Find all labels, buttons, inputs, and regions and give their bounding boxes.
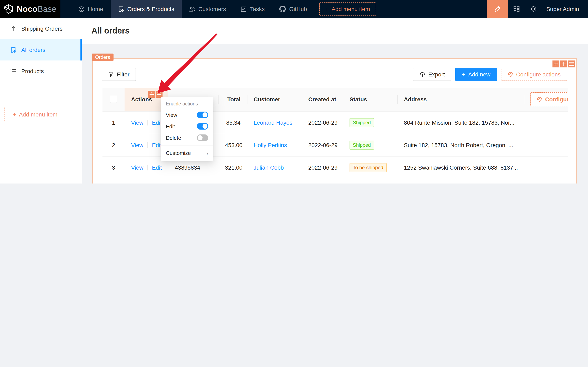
column-drag-handle-icon[interactable] [148,91,155,98]
configure-cell [524,134,568,156]
created-at-cell: 2022-06-29 [302,179,343,184]
customer-link[interactable]: Leonard Hayes [254,119,292,126]
total-cell: 83.00 [218,179,247,184]
view-link[interactable]: View [131,119,143,126]
brand-logo[interactable]: NocoBase [0,0,60,18]
address-cell: Suite 182, 15783, North Robert, Oregon, … [397,134,524,156]
column-header-configure: Configure columns [524,88,568,111]
gear-icon [531,6,537,12]
ui-editor-button[interactable] [487,0,508,18]
row-index[interactable]: 3 [103,156,125,179]
dropdown-group-title: Enable actions [161,99,213,109]
dropdown-item-delete[interactable]: Delete [161,132,213,143]
top-navbar: NocoBase Home Orders & Products Customer… [0,0,588,18]
plus-icon: + [325,6,329,12]
nav-item-github[interactable]: GitHub [272,0,314,18]
total-cell: 453.00 [218,134,247,156]
list-icon [10,68,16,74]
block-designer-toolbar [552,60,575,67]
plus-icon: + [13,111,16,118]
settings-button[interactable] [525,0,542,18]
block-menu-icon[interactable] [568,60,575,67]
dropdown-divider [161,145,213,145]
status-badge: Shipped [350,140,374,149]
add-new-button[interactable]: + Add new [456,68,497,81]
dropdown-item-edit[interactable]: Edit [161,121,213,132]
grid-plus-icon [513,6,520,12]
customer-cell: Darin Clarke [247,179,302,184]
delete-toggle[interactable] [197,134,208,141]
configure-cell [524,111,568,134]
sidebar-item-products[interactable]: Products [0,60,82,82]
column-header-created: Created at [302,88,343,111]
brand-name: NocoBase [17,4,56,14]
export-button[interactable]: Export [413,68,451,81]
status-cell: To be shipped [343,179,397,184]
nav-item-home[interactable]: Home [71,0,111,18]
navbar-right: Super Admin [487,0,588,18]
select-all-checkbox[interactable] [110,96,117,103]
column-header-customer: Customer [247,88,302,111]
filter-button[interactable]: Filter [102,68,136,81]
edit-link[interactable]: Edit [152,119,162,126]
nav-item-customers[interactable]: Customers [182,0,233,18]
address-cell: 804 Runte Mission, Suite 182, 15783, Nor… [397,111,524,134]
team-icon [189,6,195,12]
dropdown-item-customize[interactable]: Customize › [161,147,213,159]
drag-handle-icon[interactable] [552,60,559,67]
block-collection-tag: Orders [92,54,113,61]
configure-columns-button[interactable]: Configure columns [531,92,568,107]
customer-link[interactable]: Julian Cobb [254,164,284,171]
column-menu-icon[interactable] [156,91,162,98]
add-block-icon[interactable] [560,60,567,67]
column-header-status: Status [343,88,397,111]
configure-cell [524,179,568,184]
sidebar-item-shipping-orders[interactable]: Shipping Orders [0,18,82,39]
edit-link[interactable]: Edit [152,142,162,148]
dropdown-item-label: Delete [166,135,181,141]
edit-link[interactable]: Edit [152,164,162,171]
block-toolbar: Filter Export + Add new Configure action… [102,68,567,81]
status-badge: Shipped [350,118,374,127]
view-link[interactable]: View [131,164,143,171]
row-index[interactable]: 1 [103,111,125,134]
row-index[interactable]: 2 [103,134,125,156]
status-cell: To be shipped [343,156,397,179]
sidebar-add-menu-item-button[interactable]: + Add menu item [4,107,66,122]
action-divider [147,119,148,125]
column-header-total: Total [218,88,247,111]
row-actions: ViewEdit [125,179,168,184]
view-link[interactable]: View [131,142,143,148]
column-header-index [103,88,125,111]
nav-item-tasks[interactable]: Tasks [233,0,272,18]
view-toggle[interactable] [197,112,208,118]
dropdown-item-view[interactable]: View [161,109,213,121]
user-menu[interactable]: Super Admin [542,0,588,18]
address-cell: 1252 Swaniawski Corners, Suite 688, 8137… [397,156,524,179]
nav-item-orders-products[interactable]: Orders & Products [111,0,182,18]
edit-toggle[interactable] [197,123,208,130]
customer-link[interactable]: Holly Perkins [254,142,287,148]
configure-cell [524,156,568,179]
nav-menu: Home Orders & Products Customers Tasks G… [71,0,376,18]
check-square-icon [241,6,247,12]
customer-cell: Julian Cobb [247,156,302,179]
github-icon [279,6,286,12]
plugins-button[interactable] [508,0,525,18]
app-root: NocoBase Home Orders & Products Customer… [0,0,588,184]
created-at-cell: 2022-06-29 [302,111,343,134]
created-at-cell: 2022-06-29 [302,156,343,179]
status-cell: Shipped [343,111,397,134]
sidebar-item-all-orders[interactable]: All orders [0,39,82,60]
order-number-cell: 75638347 [168,179,218,184]
enable-actions-dropdown: Enable actions ViewEditDelete Customize … [161,97,213,161]
arrow-up-icon [10,25,16,32]
row-index[interactable]: 4 [103,179,125,184]
column-header-address: Address [397,88,524,111]
status-badge: To be shipped [350,163,387,172]
action-divider [147,165,148,170]
page-title: All orders [91,26,130,35]
configure-actions-button[interactable]: Configure actions [501,68,567,81]
created-at-cell: 2022-06-29 [302,134,343,156]
nav-add-menu-item-button[interactable]: + Add menu item [319,2,376,16]
